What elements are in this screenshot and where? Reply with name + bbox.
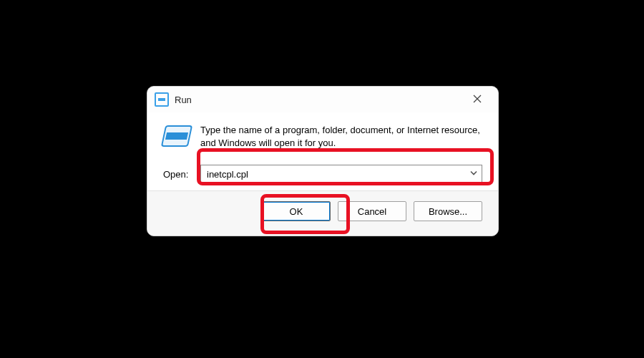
close-button[interactable] bbox=[464, 90, 491, 110]
button-bar: OK Cancel Browse... bbox=[147, 190, 498, 236]
open-input[interactable] bbox=[200, 165, 482, 183]
open-combobox[interactable] bbox=[200, 165, 482, 183]
run-program-icon bbox=[163, 125, 190, 147]
titlebar: Run bbox=[147, 87, 498, 112]
close-icon bbox=[473, 95, 482, 105]
dialog-description: Type the name of a program, folder, docu… bbox=[200, 124, 482, 149]
run-dialog: Run Type the name of a program, folder, … bbox=[147, 86, 499, 236]
browse-button[interactable]: Browse... bbox=[414, 201, 482, 221]
run-icon bbox=[155, 92, 169, 107]
dialog-title: Run bbox=[175, 95, 192, 105]
cancel-button[interactable]: Cancel bbox=[338, 201, 406, 221]
ok-button[interactable]: OK bbox=[262, 201, 331, 221]
open-label: Open: bbox=[163, 169, 200, 180]
dialog-body: Type the name of a program, folder, docu… bbox=[147, 112, 498, 190]
